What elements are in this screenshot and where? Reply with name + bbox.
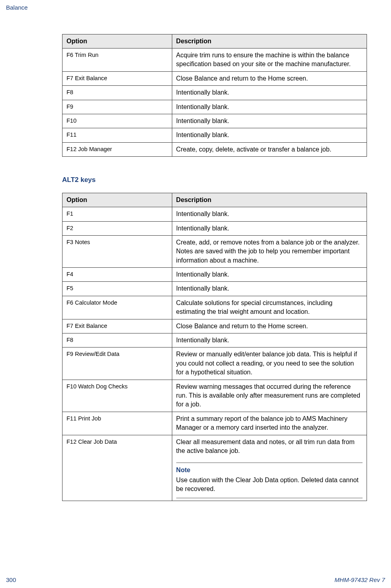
table-row: F8 Intentionally blank. (62, 333, 367, 348)
cell-description: Review warning messages that occurred du… (172, 380, 367, 412)
cell-option: F4 (62, 268, 172, 282)
table1-header-option: Option (62, 34, 172, 48)
table-row: F10 Intentionally blank. (62, 114, 367, 128)
main-content: Option Description F6 Trim Run Acquire t… (62, 34, 367, 520)
note-block: Note Use caution with the Clear Job Data… (176, 463, 363, 498)
cell-description: Intentionally blank. (172, 333, 367, 348)
cell-description: Create, copy, delete, activate or transf… (172, 142, 367, 156)
cell-option: F12 Job Manager (62, 142, 172, 156)
page-footer: 300 MHM-97432 Rev 7 (6, 576, 385, 583)
cell-option: F7 Exit Balance (62, 319, 172, 333)
table-row: F3 Notes Create, add, or remove notes fr… (62, 235, 367, 267)
table-row: F1 Intentionally blank. (62, 207, 367, 221)
table-row: F7 Exit Balance Close Balance and return… (62, 71, 367, 85)
cell-description: Intentionally blank. (172, 268, 367, 282)
cell-option: F7 Exit Balance (62, 71, 172, 85)
cell-description: Create, add, or remove notes from a bala… (172, 235, 367, 267)
table-row: F8 Intentionally blank. (62, 86, 367, 100)
table1-header-description: Description (172, 34, 367, 48)
cell-description: Review or manually edit/enter balance jo… (172, 348, 367, 380)
table-row: F6 Trim Run Acquire trim runs to ensure … (62, 48, 367, 72)
cell-option: F11 (62, 128, 172, 142)
cell-description: Close Balance and return to the Home scr… (172, 319, 367, 333)
table-alt1-keys: Option Description F6 Trim Run Acquire t… (62, 34, 367, 157)
cell-description: Intentionally blank. (172, 114, 367, 128)
cell-option: F2 (62, 221, 172, 235)
cell-description: Clear all measurement data and notes, or… (172, 435, 367, 501)
table-row: F7 Exit Balance Close Balance and return… (62, 319, 367, 333)
cell-description: Intentionally blank. (172, 100, 367, 114)
table-row: F11 Print Job Print a summary report of … (62, 412, 367, 435)
cell-option: F10 Watch Dog Checks (62, 380, 172, 412)
table-row: F12 Clear Job Data Clear all measurement… (62, 435, 367, 501)
section-heading-alt2: ALT2 keys (62, 176, 367, 184)
table-row: F5 Intentionally blank. (62, 282, 367, 296)
cell-option: F6 Calculator Mode (62, 296, 172, 319)
cell-description: Intentionally blank. (172, 128, 367, 142)
table2-header-option: Option (62, 193, 172, 207)
cell-description: Close Balance and return to the Home scr… (172, 71, 367, 85)
cell-description: Calculate solutions for special circumst… (172, 296, 367, 319)
cell-option: F5 (62, 282, 172, 296)
page-header: Balance (6, 4, 28, 11)
cell-option: F11 Print Job (62, 412, 172, 435)
cell-option: F6 Trim Run (62, 48, 172, 72)
cell-option: F12 Clear Job Data (62, 435, 172, 501)
note-label: Note (176, 466, 363, 475)
table-row: F2 Intentionally blank. (62, 221, 367, 235)
table-alt2-keys: Option Description F1 Intentionally blan… (62, 193, 367, 501)
cell-main-text: Clear all measurement data and notes, or… (176, 438, 363, 456)
cell-option: F8 (62, 86, 172, 100)
page-number: 300 (6, 576, 16, 583)
table-row: F10 Watch Dog Checks Review warning mess… (62, 380, 367, 412)
cell-option: F10 (62, 114, 172, 128)
document-id: MHM-97432 Rev 7 (335, 576, 385, 583)
cell-option: F1 (62, 207, 172, 221)
table-row: F11 Intentionally blank. (62, 128, 367, 142)
cell-description: Acquire trim runs to ensure the machine … (172, 48, 367, 72)
cell-description: Intentionally blank. (172, 282, 367, 296)
note-text: Use caution with the Clear Job Data opti… (176, 476, 363, 494)
cell-option: F3 Notes (62, 235, 172, 267)
table-row: F12 Job Manager Create, copy, delete, ac… (62, 142, 367, 156)
table-row: F9 Review/Edit Data Review or manually e… (62, 348, 367, 380)
cell-description: Intentionally blank. (172, 207, 367, 221)
table-row: F4 Intentionally blank. (62, 268, 367, 282)
table-row: F6 Calculator Mode Calculate solutions f… (62, 296, 367, 319)
table-row: F9 Intentionally blank. (62, 100, 367, 114)
cell-description: Intentionally blank. (172, 221, 367, 235)
cell-option: F8 (62, 333, 172, 348)
cell-option: F9 (62, 100, 172, 114)
cell-description: Print a summary report of the balance jo… (172, 412, 367, 435)
table2-header-description: Description (172, 193, 367, 207)
cell-option: F9 Review/Edit Data (62, 348, 172, 380)
cell-description: Intentionally blank. (172, 86, 367, 100)
